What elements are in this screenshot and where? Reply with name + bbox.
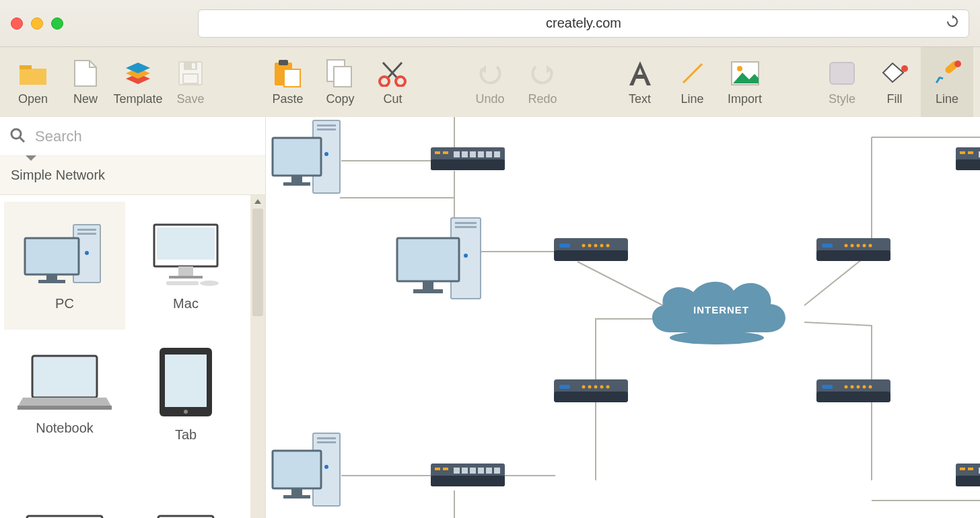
- palette-item-tab[interactable]: Tab: [125, 330, 246, 457]
- canvas-switch-2: [431, 464, 505, 486]
- palette-item-notebook[interactable]: Notebook: [4, 330, 125, 457]
- search-row: [0, 117, 265, 156]
- svg-rect-15: [830, 63, 854, 84]
- shape-palette: PC Mac: [0, 195, 250, 518]
- svg-rect-116: [317, 441, 336, 443]
- svg-rect-107: [822, 385, 833, 389]
- text-tool-button[interactable]: Text: [614, 47, 666, 117]
- svg-rect-70: [470, 151, 476, 157]
- save-icon: [176, 59, 205, 88]
- svg-point-117: [324, 465, 328, 469]
- open-button[interactable]: Open: [7, 47, 59, 117]
- fill-button[interactable]: Fill: [868, 47, 921, 117]
- svg-rect-31: [169, 276, 203, 279]
- svg-point-24: [85, 251, 89, 255]
- svg-rect-68: [454, 151, 460, 157]
- svg-rect-6: [279, 60, 288, 65]
- svg-rect-132: [956, 159, 980, 170]
- svg-rect-25: [25, 238, 79, 274]
- scrollbar-thumb[interactable]: [252, 209, 263, 316]
- redo-icon: [528, 59, 557, 88]
- close-window-icon[interactable]: [11, 17, 23, 30]
- reload-icon[interactable]: [946, 15, 959, 32]
- svg-rect-59: [317, 128, 336, 131]
- redo-button[interactable]: Redo: [516, 47, 569, 117]
- svg-rect-73: [494, 151, 500, 157]
- svg-rect-0: [20, 65, 32, 69]
- svg-rect-23: [77, 233, 96, 235]
- search-active-indicator: [26, 155, 36, 161]
- palette-item-more-1[interactable]: [4, 457, 125, 518]
- save-button[interactable]: Save: [164, 47, 217, 117]
- svg-rect-130: [494, 468, 500, 474]
- canvas-switch-right-2: [956, 464, 980, 486]
- pc-icon: [21, 221, 108, 288]
- new-button[interactable]: New: [59, 47, 112, 117]
- palette-item-more-2[interactable]: [125, 457, 246, 518]
- line-style-button[interactable]: Line: [921, 47, 973, 117]
- svg-point-112: [869, 385, 872, 389]
- paste-button[interactable]: Paste: [262, 47, 314, 117]
- svg-rect-115: [317, 437, 336, 439]
- svg-rect-7: [284, 69, 300, 87]
- svg-point-100: [582, 385, 586, 389]
- import-button[interactable]: Import: [719, 47, 771, 117]
- undo-button[interactable]: Undo: [464, 47, 516, 117]
- palette-item-label: PC: [55, 296, 74, 311]
- svg-rect-90: [816, 250, 890, 261]
- svg-rect-9: [334, 67, 351, 87]
- pencil-icon: [932, 59, 962, 88]
- copy-button[interactable]: Copy: [314, 47, 366, 117]
- cut-button[interactable]: Cut: [366, 47, 419, 117]
- template-button[interactable]: Template: [112, 47, 164, 117]
- text-icon: [625, 59, 655, 88]
- url-bar[interactable]: creately.com: [198, 9, 969, 38]
- canvas-router-br: [816, 379, 890, 402]
- svg-rect-27: [38, 280, 65, 283]
- canvas-pc-2: [397, 218, 481, 299]
- svg-rect-75: [455, 222, 477, 224]
- palette-item-label: Tab: [175, 427, 197, 443]
- line-style-label: Line: [936, 92, 958, 106]
- palette-title[interactable]: Simple Network: [0, 156, 265, 195]
- new-file-icon: [71, 59, 100, 88]
- svg-rect-122: [431, 476, 505, 486]
- svg-rect-79: [423, 281, 433, 289]
- svg-point-113: [670, 331, 764, 344]
- minimize-window-icon[interactable]: [31, 17, 43, 30]
- palette-item-pc[interactable]: PC: [4, 202, 125, 330]
- diagram-canvas[interactable]: INTERNET: [266, 117, 980, 518]
- scissors-icon: [378, 59, 407, 88]
- mac-icon: [142, 221, 230, 288]
- style-button[interactable]: Style: [816, 47, 868, 117]
- svg-point-104: [606, 385, 610, 389]
- svg-line-20: [20, 137, 24, 142]
- save-label: Save: [176, 92, 204, 106]
- tablet-icon: [155, 345, 216, 419]
- canvas-pc-1: [273, 120, 340, 193]
- svg-point-77: [464, 254, 468, 258]
- svg-rect-118: [273, 451, 321, 488]
- svg-point-11: [396, 77, 405, 86]
- palette-item-mac[interactable]: Mac: [125, 202, 246, 330]
- line-tool-button[interactable]: Line: [666, 47, 719, 117]
- canvas-router-tl: [554, 238, 628, 261]
- svg-point-92: [845, 244, 848, 248]
- scroll-up-icon[interactable]: [254, 199, 261, 204]
- search-input[interactable]: [35, 128, 256, 145]
- svg-rect-106: [816, 392, 890, 402]
- svg-rect-123: [435, 468, 440, 470]
- svg-point-85: [588, 244, 592, 248]
- svg-rect-67: [443, 151, 448, 154]
- palette-scrollbar[interactable]: [250, 195, 265, 518]
- folder-icon: [18, 59, 48, 88]
- svg-rect-99: [559, 385, 570, 389]
- svg-rect-128: [478, 468, 484, 474]
- paste-label: Paste: [272, 92, 303, 106]
- svg-point-88: [606, 244, 610, 248]
- maximize-window-icon[interactable]: [51, 17, 63, 30]
- cut-label: Cut: [383, 92, 402, 106]
- svg-point-96: [869, 244, 872, 248]
- template-label: Template: [113, 92, 162, 106]
- svg-point-111: [863, 385, 866, 389]
